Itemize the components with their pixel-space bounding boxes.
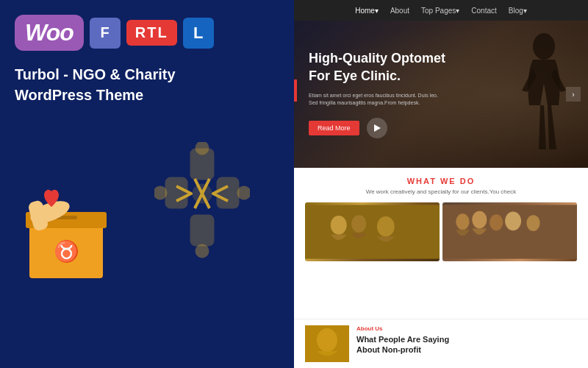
svg-point-17 — [331, 216, 347, 235]
right-panel: Home▾ About Top Pages▾ Contact Blog▾ Hig… — [294, 0, 588, 368]
donation-illustration: ♉ — [15, 142, 132, 275]
woo-badge[interactable]: Woo — [15, 15, 84, 51]
hero-silhouette — [514, 32, 573, 157]
nav-item-home[interactable]: Home▾ — [355, 7, 379, 15]
play-icon — [374, 124, 381, 132]
badge-l: L — [183, 18, 214, 49]
badge-f: F — [90, 18, 121, 49]
nav-item-top-pages[interactable]: Top Pages▾ — [421, 7, 459, 15]
theme-title: Turbol - NGO & Charity WordPress Theme — [15, 64, 279, 105]
illustration-area: ♉ — [15, 127, 279, 275]
hero-title: High-Quality OptometFor Eye Clinic. — [309, 50, 514, 85]
svg-point-21 — [456, 213, 469, 230]
nav-item-contact[interactable]: Contact — [471, 7, 496, 15]
hero-section: High-Quality OptometFor Eye Clinic. Etia… — [294, 21, 588, 168]
teamwork-icon — [154, 142, 250, 263]
section-label-what-we-do: WHAT WE DO — [305, 177, 577, 185]
svg-point-9 — [154, 187, 166, 199]
svg-point-7 — [196, 142, 208, 154]
svg-rect-12 — [191, 216, 213, 245]
hero-accent-bar — [294, 79, 297, 102]
woo-text: Woo — [25, 19, 74, 46]
about-text-area: About Us What People Are SayingAbout Non… — [356, 325, 577, 355]
svg-rect-10 — [218, 178, 238, 208]
site-navigation: Home▾ About Top Pages▾ Contact Blog▾ — [294, 0, 588, 21]
hero-buttons: Read More — [309, 118, 514, 138]
left-panel: Woo F RTL L Turbol - NGO & Charity WordP… — [0, 0, 294, 368]
svg-point-25 — [526, 215, 539, 231]
svg-point-24 — [505, 212, 521, 231]
children-image — [305, 202, 440, 261]
section-subtitle: We work creatively and specially for our… — [305, 188, 577, 195]
about-section: About Us What People Are SayingAbout Non… — [294, 319, 588, 368]
svg-point-18 — [351, 215, 366, 233]
about-label: About Us — [356, 325, 577, 332]
svg-point-11 — [238, 187, 250, 199]
svg-point-23 — [490, 214, 503, 230]
svg-rect-8 — [166, 178, 187, 208]
read-more-button[interactable]: Read More — [309, 121, 359, 135]
nav-item-about[interactable]: About — [390, 7, 409, 15]
svg-rect-16 — [305, 205, 440, 258]
svg-point-13 — [196, 245, 208, 257]
what-we-do-section: WHAT WE DO We work creatively and specia… — [294, 168, 588, 319]
svg-point-14 — [193, 185, 211, 202]
badge-rtl: RTL — [126, 20, 177, 46]
hero-next-arrow[interactable]: › — [566, 87, 581, 102]
crowd-image — [442, 202, 577, 261]
badges-row: Woo F RTL L — [15, 15, 279, 51]
svg-text:♉: ♉ — [54, 239, 79, 263]
hero-content: High-Quality OptometFor Eye Clinic. Etia… — [309, 50, 514, 138]
svg-point-22 — [472, 211, 487, 229]
svg-point-15 — [533, 33, 555, 60]
about-title: What People Are SayingAbout Non-profit — [356, 334, 577, 355]
hero-description: Etiam sit amet orci eget eros faucibus t… — [309, 92, 441, 107]
about-image — [305, 325, 349, 362]
play-button[interactable] — [367, 118, 387, 138]
image-row — [305, 202, 577, 261]
svg-point-27 — [317, 328, 337, 352]
svg-point-19 — [377, 216, 395, 236]
nav-item-blog[interactable]: Blog▾ — [509, 7, 527, 15]
